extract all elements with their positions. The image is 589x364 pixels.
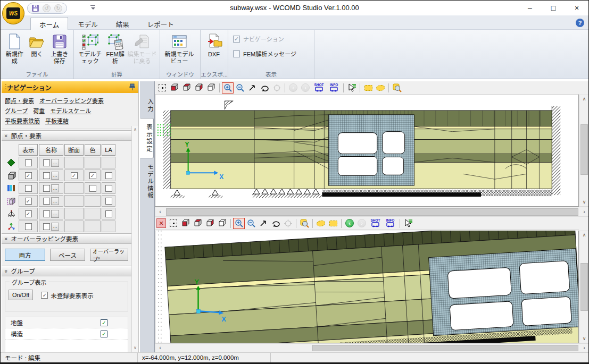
show-checkbox[interactable] — [25, 223, 32, 230]
info-button[interactable]: INFO — [383, 218, 397, 229]
previous-view-icon[interactable]: ‹ — [287, 82, 299, 94]
region-select-icon[interactable] — [156, 82, 168, 94]
model-view-canvas-1[interactable]: Y X — [155, 95, 579, 207]
la-checkbox[interactable] — [105, 198, 112, 205]
zoom-all-icon[interactable] — [271, 82, 283, 94]
ground-visible-checkbox[interactable] — [101, 319, 107, 326]
show-checkbox[interactable] — [25, 185, 32, 192]
name-options-button[interactable]: ... — [51, 184, 59, 192]
show-checkbox[interactable] — [25, 159, 32, 166]
scroll-left-icon[interactable]: ‹ — [155, 207, 165, 216]
model-view-canvas-2[interactable]: Y X — [155, 231, 579, 343]
scroll-up-icon[interactable]: ∧ — [132, 127, 138, 132]
zoom-out-icon[interactable] — [245, 218, 257, 229]
lasso-select-icon[interactable] — [315, 218, 327, 229]
show-checkbox[interactable] — [25, 172, 32, 179]
scroll-down-icon[interactable]: ∨ — [132, 345, 138, 350]
shot-button[interactable]: SHOT — [312, 82, 326, 94]
region-select-icon[interactable] — [168, 218, 179, 229]
fem-message-checkbox[interactable] — [233, 50, 240, 57]
zoom-in-icon[interactable] — [233, 218, 245, 229]
color-checkbox[interactable] — [89, 172, 96, 179]
view-top-icon[interactable] — [192, 218, 204, 229]
name-checkbox[interactable] — [43, 210, 50, 217]
side-tab-display-settings[interactable]: 表示設定 — [140, 118, 154, 158]
pan-icon[interactable] — [246, 82, 258, 94]
name-checkbox[interactable] — [43, 172, 50, 179]
navigation-panel-header[interactable]: ナビゲーション — [2, 81, 138, 93]
minimize-button[interactable]: – — [518, 1, 542, 15]
structure-visible-checkbox[interactable] — [101, 331, 107, 337]
scroll-down-icon[interactable]: ∨ — [579, 336, 589, 341]
close-view-icon[interactable]: ✕ — [156, 218, 166, 228]
view-side-icon[interactable] — [193, 82, 205, 94]
link-overlapping-elements[interactable]: オーバーラッピング要素 — [39, 98, 104, 104]
side-tab-input[interactable]: 入力 — [140, 93, 154, 118]
name-options-button[interactable]: ... — [51, 172, 59, 180]
rotate-icon[interactable] — [270, 218, 281, 229]
scroll-down-icon[interactable]: ∨ — [579, 199, 589, 205]
name-options-button[interactable]: ... — [51, 197, 59, 205]
name-checkbox[interactable] — [43, 198, 50, 205]
viewport2-vscrollbar[interactable]: ∧ ∨ — [579, 231, 589, 343]
link-nodes-elements[interactable]: 節点・要素 — [5, 98, 34, 104]
zoom-window-icon[interactable] — [298, 218, 310, 229]
zoom-window-icon[interactable] — [391, 82, 403, 94]
pan-icon[interactable] — [258, 218, 269, 229]
pick-cursor-icon[interactable] — [346, 82, 358, 94]
lasso-select-icon[interactable] — [375, 82, 386, 94]
viewport2-hscrollbar[interactable]: ‹ › — [155, 343, 589, 352]
zoom-in-icon[interactable] — [222, 82, 234, 94]
scroll-thumb[interactable] — [166, 208, 578, 216]
link-model-scale[interactable]: モデルスケール — [50, 108, 91, 114]
unregistered-checkbox[interactable] — [41, 292, 48, 299]
overlap-base-button[interactable]: ベース — [50, 249, 85, 261]
link-group[interactable]: グループ — [5, 108, 28, 114]
panel-scrollbar[interactable]: ∧ ∨ — [131, 126, 138, 352]
link-load[interactable]: 荷重 — [33, 108, 45, 114]
zoom-out-icon[interactable] — [234, 82, 246, 94]
show-checkbox[interactable] — [25, 210, 32, 217]
scroll-left-icon[interactable]: ‹ — [155, 344, 165, 352]
color-checkbox[interactable] — [89, 185, 96, 192]
name-checkbox[interactable] — [43, 159, 50, 166]
overlap-overlap-button[interactable]: オーバーラップ° — [90, 249, 128, 261]
previous-view-icon[interactable]: ‹ — [344, 218, 355, 229]
section-header-overlap[interactable]: » オーバーラッピング要素 — [2, 233, 132, 244]
rect-select-icon[interactable] — [327, 218, 339, 229]
scroll-right-icon[interactable]: › — [579, 207, 589, 216]
view-front-icon[interactable] — [180, 218, 192, 229]
info-button[interactable]: INFO — [327, 82, 341, 94]
shot-button[interactable]: SHOT — [368, 218, 383, 229]
help-icon[interactable]: ? — [576, 19, 584, 27]
scroll-thumb[interactable] — [312, 345, 578, 351]
pick-cursor-icon[interactable] — [402, 218, 414, 229]
link-plate-connection[interactable]: 平板連結 — [45, 118, 69, 124]
group-item-ground[interactable]: 地盤 — [5, 317, 128, 328]
name-options-button[interactable]: ... — [51, 223, 59, 231]
link-plate-rebar[interactable]: 平板要素鉄筋 — [5, 118, 40, 124]
name-checkbox[interactable] — [43, 223, 50, 230]
la-checkbox[interactable] — [105, 210, 112, 217]
app-logo-icon[interactable]: WS — [2, 2, 24, 24]
viewport1-hscrollbar[interactable]: ‹ › — [155, 207, 589, 217]
scroll-thumb[interactable] — [580, 124, 588, 175]
viewport1-vscrollbar[interactable]: ∧ ∨ — [579, 95, 589, 207]
section-checkbox[interactable] — [71, 172, 78, 179]
close-button[interactable]: × — [565, 1, 588, 15]
name-options-button[interactable]: ... — [51, 159, 59, 167]
scroll-thumb[interactable] — [580, 263, 588, 311]
fem-analysis-button[interactable]: FEM解析 — [103, 31, 127, 65]
open-file-button[interactable]: 開く — [26, 31, 48, 58]
navigation-checkbox[interactable] — [233, 36, 240, 43]
overlap-both-button[interactable]: 両方 — [5, 249, 45, 261]
group-onoff-button[interactable]: On/Off — [9, 290, 33, 300]
edit-mode-button[interactable]: 編集モード に戻る — [127, 31, 157, 65]
maximize-button[interactable]: □ — [542, 1, 565, 15]
side-tab-model-info[interactable]: モデル情報 — [140, 158, 154, 205]
rect-select-icon[interactable] — [362, 82, 374, 94]
section-header-nodes[interactable]: » 節点・要素 — [2, 130, 132, 141]
group-item-structure[interactable]: 構造 — [5, 328, 128, 340]
pin-icon[interactable] — [129, 83, 135, 91]
scroll-up-icon[interactable]: ∧ — [579, 96, 589, 101]
